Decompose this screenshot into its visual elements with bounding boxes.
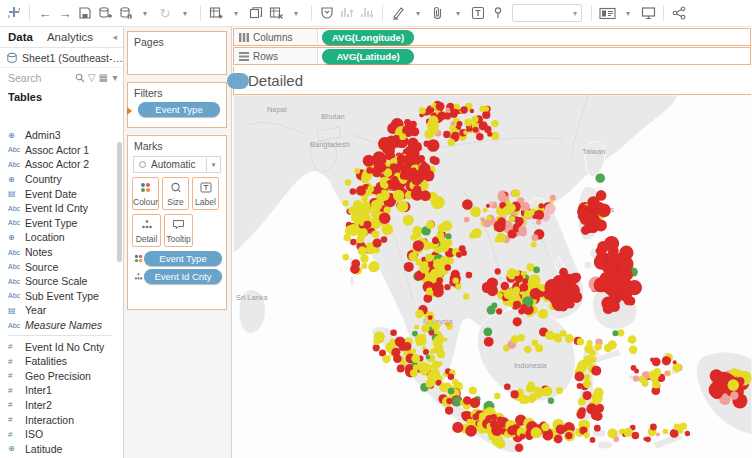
map-mark[interactable]: [494, 238, 498, 242]
map-mark[interactable]: [633, 375, 639, 381]
group-members-caret[interactable]: ▾: [448, 2, 468, 24]
map-mark[interactable]: [584, 223, 594, 233]
field-item-country[interactable]: ⊕Country: [0, 172, 118, 187]
map-mark[interactable]: [552, 296, 568, 312]
search-input[interactable]: Search: [8, 72, 72, 84]
map-mark[interactable]: [616, 281, 624, 289]
map-mark[interactable]: [413, 240, 424, 251]
field-item-admin3[interactable]: ⊕Admin3: [0, 128, 118, 143]
map-mark[interactable]: [366, 167, 373, 174]
map-mark[interactable]: [342, 200, 348, 206]
map-mark[interactable]: [484, 126, 491, 133]
map-mark[interactable]: [430, 156, 438, 164]
field-item-source[interactable]: AbcSource: [0, 259, 118, 274]
map-mark[interactable]: [373, 338, 380, 345]
map-mark[interactable]: [445, 322, 450, 327]
map-mark[interactable]: [443, 338, 447, 342]
map-mark[interactable]: [444, 284, 450, 290]
map-mark[interactable]: [455, 283, 461, 289]
map-mark[interactable]: [595, 344, 602, 351]
map-mark[interactable]: [625, 271, 633, 279]
map-mark[interactable]: [459, 245, 466, 252]
map-mark[interactable]: [419, 107, 426, 114]
map-mark[interactable]: [536, 220, 541, 225]
map-mark[interactable]: [409, 121, 416, 128]
map-mark[interactable]: [445, 233, 451, 239]
map-mark[interactable]: [583, 391, 592, 400]
map-mark[interactable]: [570, 291, 582, 303]
map-mark[interactable]: [361, 263, 367, 269]
field-item-inter2[interactable]: #Inter2: [0, 398, 118, 413]
map-mark[interactable]: [650, 374, 658, 382]
map-mark[interactable]: [491, 131, 500, 140]
map-mark[interactable]: [412, 175, 422, 185]
map-mark[interactable]: [476, 133, 484, 141]
map-mark[interactable]: [418, 155, 425, 162]
map-mark[interactable]: [576, 410, 585, 419]
map-mark[interactable]: [513, 287, 520, 294]
pill-avg-longitude[interactable]: AVG(Longitude): [322, 30, 414, 45]
map-mark[interactable]: [501, 282, 510, 291]
field-item-measure-names[interactable]: AbcMeasure Names: [0, 318, 118, 333]
map-mark[interactable]: [386, 138, 398, 150]
label-button[interactable]: Label: [192, 177, 219, 210]
map-mark[interactable]: [356, 236, 364, 244]
map-mark[interactable]: [368, 261, 379, 272]
size-button[interactable]: Size: [162, 177, 189, 210]
map-mark[interactable]: [639, 376, 646, 383]
map-view[interactable]: NepalBhutanBangladeshTaiwanSri LankaPhil…: [233, 95, 752, 458]
map-mark[interactable]: [470, 109, 474, 113]
map-mark[interactable]: [524, 210, 532, 218]
map-mark[interactable]: [436, 335, 444, 343]
map-mark[interactable]: [432, 361, 441, 370]
map-mark[interactable]: [356, 186, 366, 196]
map-mark[interactable]: [483, 208, 488, 213]
map-mark[interactable]: [391, 348, 400, 357]
run-update-caret[interactable]: ▾: [175, 2, 195, 24]
map-mark[interactable]: [628, 335, 637, 344]
filter-fields-icon[interactable]: ▽: [88, 72, 96, 83]
map-mark[interactable]: [489, 201, 494, 206]
field-item-event-date[interactable]: ▤Event Date: [0, 186, 118, 201]
map-mark[interactable]: [420, 190, 431, 201]
map-mark[interactable]: [559, 285, 570, 296]
map-mark[interactable]: [427, 242, 434, 249]
map-mark[interactable]: [619, 246, 633, 260]
show-mark-labels-button[interactable]: [468, 2, 488, 24]
map-mark[interactable]: [662, 356, 671, 365]
map-mark[interactable]: [464, 217, 470, 223]
map-mark[interactable]: [452, 379, 459, 386]
map-mark[interactable]: [391, 176, 398, 183]
map-mark[interactable]: [583, 206, 592, 215]
highlight-caret[interactable]: ▾: [408, 2, 428, 24]
map-mark[interactable]: [664, 371, 669, 376]
map-mark[interactable]: [456, 252, 462, 258]
map-mark[interactable]: [390, 330, 397, 337]
map-mark[interactable]: [363, 221, 371, 229]
map-mark[interactable]: [453, 277, 459, 283]
fix-axes-button[interactable]: [488, 2, 508, 24]
map-mark[interactable]: [416, 341, 422, 347]
map-mark[interactable]: [595, 173, 605, 183]
tableau-logo-icon[interactable]: [4, 2, 24, 24]
map-mark[interactable]: [372, 167, 382, 177]
map-mark[interactable]: [626, 297, 635, 306]
map-mark[interactable]: [654, 368, 661, 375]
new-data-source-button[interactable]: [95, 2, 115, 24]
map-mark[interactable]: [497, 293, 503, 299]
map-mark[interactable]: [629, 346, 637, 354]
pill-avg-latitude[interactable]: AVG(Latitude): [322, 49, 414, 64]
map-mark[interactable]: [494, 393, 501, 400]
sheet-title-bar[interactable]: Detailed: [233, 67, 751, 95]
map-mark[interactable]: [521, 202, 530, 211]
map-mark[interactable]: [473, 127, 479, 133]
map-mark[interactable]: [634, 369, 639, 374]
map-mark[interactable]: [421, 325, 429, 333]
map-mark[interactable]: [484, 327, 493, 336]
pages-card[interactable]: Pages: [127, 31, 227, 75]
map-mark[interactable]: [597, 241, 609, 253]
map-mark[interactable]: [541, 423, 550, 432]
map-mark[interactable]: [612, 330, 618, 336]
map-mark[interactable]: [565, 334, 574, 343]
map-mark[interactable]: [431, 322, 440, 331]
